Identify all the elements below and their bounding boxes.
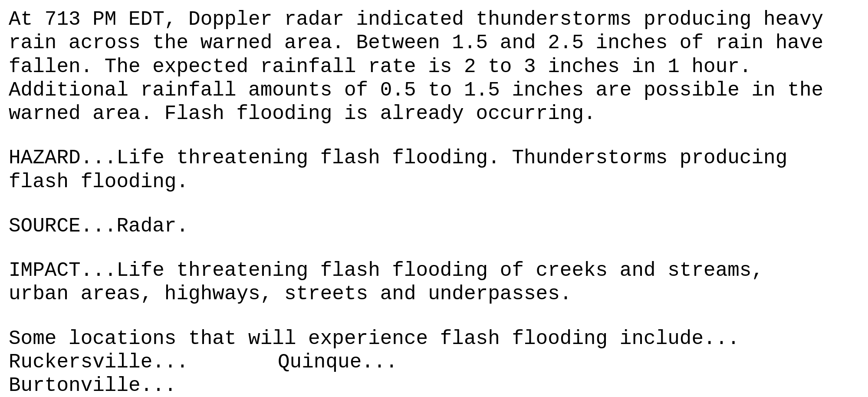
location-burtonville: Burtonville... [9, 374, 823, 397]
impact-text: IMPACT...Life threatening flash flooding… [9, 259, 763, 305]
locations-paragraph: Some locations that will experience flas… [9, 327, 823, 397]
location-quinque: Quinque... [278, 351, 398, 374]
intro-paragraph: At 713 PM EDT, Doppler radar indicated t… [9, 8, 823, 126]
source-paragraph: SOURCE...Radar. [9, 215, 823, 238]
source-text: SOURCE...Radar. [9, 215, 188, 238]
locations-header: Some locations that will experience flas… [9, 327, 823, 351]
intro-text: At 713 PM EDT, Doppler radar indicated t… [9, 8, 823, 125]
hazard-paragraph: HAZARD...Life threatening flash flooding… [9, 146, 823, 194]
main-content: At 713 PM EDT, Doppler radar indicated t… [0, 0, 832, 397]
locations-row-1: Ruckersville... Quinque... [9, 351, 823, 374]
impact-paragraph: IMPACT...Life threatening flash flooding… [9, 259, 823, 306]
location-ruckersville: Ruckersville... [9, 351, 278, 374]
hazard-text: HAZARD...Life threatening flash flooding… [9, 147, 787, 193]
